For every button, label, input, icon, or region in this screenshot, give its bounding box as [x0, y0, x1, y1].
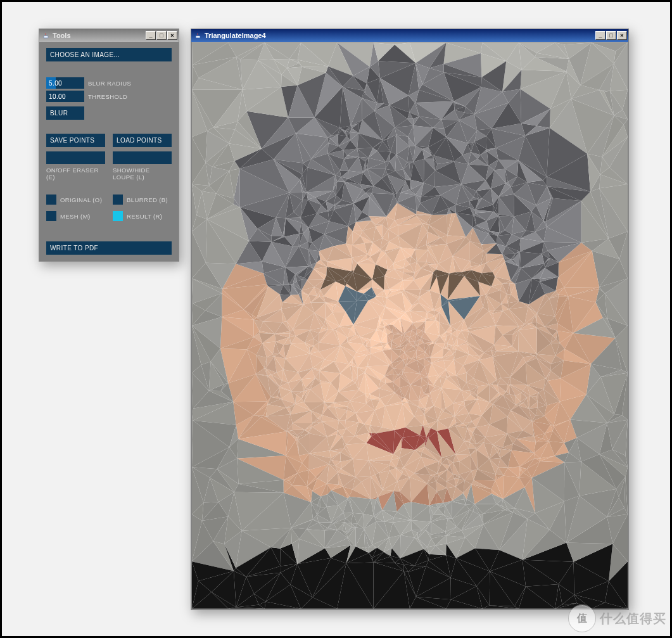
java-icon [194, 31, 203, 40]
blur-radius-label: BLUR RADIUS [88, 80, 131, 87]
blur-radius-value: 5.00 [49, 80, 62, 87]
loupe-toggle-button[interactable] [113, 151, 172, 164]
tools-window: Tools _ □ × CHOOSE AN IMAGE... 5.00 BLUR… [39, 29, 179, 262]
write-pdf-button[interactable]: WRITE TO PDF [46, 241, 172, 255]
image-canvas-area[interactable] [192, 42, 628, 609]
threshold-label: THRESHOLD [88, 93, 127, 100]
image-window: TriangulateImage4 _ □ × [191, 29, 629, 610]
result-checkbox[interactable] [113, 211, 123, 221]
watermark-badge: 值 [568, 604, 596, 632]
result-label: RESULT (R) [127, 213, 162, 220]
close-button[interactable]: × [167, 31, 177, 40]
triangulated-image [192, 42, 628, 609]
blur-button[interactable]: BLUR [46, 106, 84, 120]
close-button[interactable]: × [617, 31, 627, 40]
eraser-toggle-button[interactable] [46, 151, 105, 164]
save-points-button[interactable]: SAVE POINTS [46, 134, 105, 147]
load-points-button[interactable]: LOAD POINTS [113, 134, 172, 147]
watermark-text: 什么值得买 [600, 610, 666, 627]
blurred-label: BLURRED (B) [127, 196, 168, 203]
tools-title: Tools [53, 32, 146, 39]
maximize-button[interactable]: □ [606, 31, 616, 40]
original-checkbox[interactable] [46, 195, 56, 205]
image-title: TriangulateImage4 [205, 32, 595, 39]
java-icon [42, 31, 51, 40]
choose-image-button[interactable]: CHOOSE AN IMAGE... [46, 48, 172, 61]
original-label: ORIGINAL (O) [60, 196, 102, 203]
tools-body: CHOOSE AN IMAGE... 5.00 BLUR RADIUS 10.0… [39, 42, 179, 261]
image-titlebar[interactable]: TriangulateImage4 _ □ × [191, 29, 628, 42]
watermark: 值 什么值得买 [568, 604, 666, 632]
threshold-value: 10.00 [49, 93, 66, 100]
loupe-label: SHOW/HIDE LOUPE (L) [113, 167, 172, 181]
blur-radius-slider[interactable]: 5.00 [46, 77, 84, 89]
mesh-checkbox[interactable] [46, 211, 56, 221]
tools-titlebar[interactable]: Tools _ □ × [39, 29, 179, 42]
mesh-label: MESH (M) [60, 213, 91, 220]
minimize-button[interactable]: _ [146, 31, 156, 40]
blurred-checkbox[interactable] [113, 195, 123, 205]
maximize-button[interactable]: □ [156, 31, 167, 40]
eraser-label: ON/OFF ERASER (E) [46, 167, 105, 181]
minimize-button[interactable]: _ [595, 31, 605, 40]
threshold-slider[interactable]: 10.00 [46, 91, 84, 102]
